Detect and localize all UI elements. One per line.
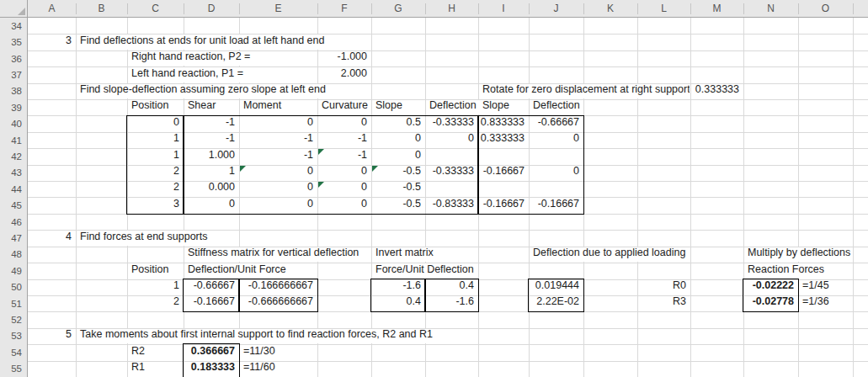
column-header-H[interactable]: H <box>425 0 478 17</box>
column-header-separator <box>239 3 240 14</box>
column-header-C[interactable]: C <box>127 0 184 17</box>
row-header-35[interactable]: 35 <box>0 34 27 50</box>
select-all-icon <box>18 8 25 15</box>
select-all-corner[interactable] <box>0 0 27 17</box>
column-header-separator <box>798 3 799 14</box>
column-header-separator <box>583 3 584 14</box>
column-header-E[interactable]: E <box>239 0 317 17</box>
row-header-40[interactable]: 40 <box>0 115 27 131</box>
column-header-separator <box>637 3 638 14</box>
header-bottom-border <box>0 17 868 18</box>
row-header-51[interactable]: 51 <box>0 295 27 311</box>
column-header-J[interactable]: J <box>529 0 583 17</box>
column-header-separator <box>425 3 426 14</box>
excel-worksheet: 3Find deflections at ends for unit load … <box>0 0 868 377</box>
row-header-41[interactable]: 41 <box>0 132 27 148</box>
column-header-B[interactable]: B <box>76 0 127 17</box>
column-header-separator <box>317 3 318 14</box>
column-header-N[interactable]: N <box>743 0 798 17</box>
gutter-right-border <box>27 0 28 377</box>
column-header-I[interactable]: I <box>478 0 529 17</box>
column-header-D[interactable]: D <box>184 0 239 17</box>
row-header-46[interactable]: 46 <box>0 214 27 230</box>
column-header-K[interactable]: K <box>583 0 637 17</box>
column-header-G[interactable]: G <box>371 0 425 17</box>
row-header-47[interactable]: 47 <box>0 230 27 246</box>
row-header-54[interactable]: 54 <box>0 344 27 360</box>
column-header-A[interactable]: A <box>28 0 76 17</box>
row-header-52[interactable]: 52 <box>0 311 27 327</box>
column-header-L[interactable]: L <box>637 0 690 17</box>
column-header-separator <box>743 3 744 14</box>
row-header-53[interactable]: 53 <box>0 328 27 344</box>
column-header-separator <box>371 3 372 14</box>
row-header-36[interactable]: 36 <box>0 50 27 66</box>
headers-layer: ABCDEFGHIJKLMNO3435363738394041424344454… <box>0 0 868 377</box>
row-header-43[interactable]: 43 <box>0 165 27 181</box>
row-header-34[interactable]: 34 <box>0 18 27 34</box>
column-header-separator <box>478 3 479 14</box>
row-header-37[interactable]: 37 <box>0 66 27 82</box>
column-header-separator <box>529 3 530 14</box>
column-header-F[interactable]: F <box>317 0 371 17</box>
column-header-separator <box>184 3 184 14</box>
row-header-50[interactable]: 50 <box>0 279 27 295</box>
row-header-49[interactable]: 49 <box>0 263 27 279</box>
column-header-partial[interactable] <box>853 0 868 17</box>
row-header-55[interactable]: 55 <box>0 361 27 377</box>
column-header-M[interactable]: M <box>690 0 743 17</box>
column-header-O[interactable]: O <box>798 0 853 17</box>
row-header-45[interactable]: 45 <box>0 197 27 213</box>
column-header-separator <box>76 3 77 14</box>
column-header-separator <box>127 3 128 14</box>
row-header-44[interactable]: 44 <box>0 181 27 197</box>
row-header-38[interactable]: 38 <box>0 83 27 99</box>
row-header-39[interactable]: 39 <box>0 99 27 115</box>
column-header-separator <box>853 3 854 14</box>
row-header-42[interactable]: 42 <box>0 148 27 164</box>
row-header-48[interactable]: 48 <box>0 247 27 263</box>
column-header-separator <box>690 3 691 14</box>
